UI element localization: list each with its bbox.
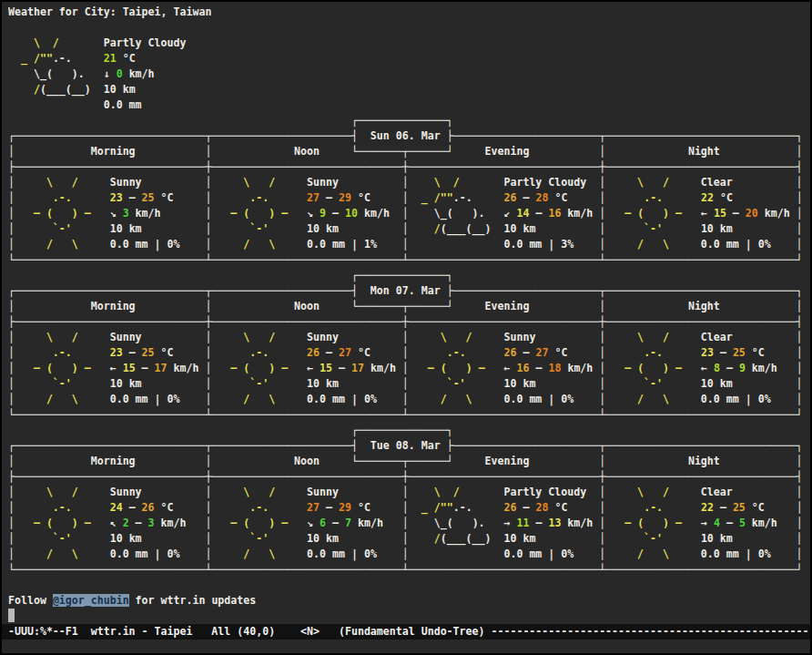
day1-temps: │ .-. 23 – 25 °C │ .-. 27 – 29 °C │ _ /"… (8, 190, 810, 206)
sun-icon: ― ( ) ― (211, 207, 307, 220)
sun-icon: .-. (605, 501, 701, 514)
cloud-icon: \_( ). (409, 517, 504, 529)
sun-icon: \ / (15, 331, 110, 343)
echo-area (2, 640, 810, 653)
cloud-icon: \_( ). (8, 67, 104, 80)
sun-icon: .-. (605, 346, 701, 359)
sun-icon: ― ( ) ― (15, 517, 110, 529)
sun-icon: \ / (211, 486, 307, 498)
day3-precip: │ / \ 0.0 mm | 0% │ / \ 0.0 mm | 0% │ 0.… (8, 547, 810, 562)
current-precip: 0.0 mm (8, 97, 810, 113)
day2-datebox-top: ┌──────────────┐ (8, 268, 810, 283)
day2-precip: │ / \ 0.0 mm | 0% │ / \ 0.0 mm | 0% │ / … (8, 392, 810, 407)
day2-winds: │ ― ( ) ― ← 15 – 17 km/h │ ― ( ) ― ← 15 … (8, 361, 810, 376)
sun-icon: / \ (605, 393, 701, 405)
day2-temps: │ .-. 23 – 25 °C │ .-. 26 – 27 °C │ .-. … (8, 345, 810, 361)
day2-header-separator: ├──────────────────────────────┼────────… (8, 314, 810, 330)
datebox-bottom: └───────┬──────┘ (351, 300, 453, 312)
cloud-sun-icon: \ / (409, 486, 504, 498)
cloud-sun-icon: / (434, 222, 441, 235)
modeline-text: -UUU:%*--F1 wttr.in - Taipei All (40,0) … (8, 625, 808, 638)
col-header-night: Night (605, 300, 796, 312)
sun-icon: `-' (605, 222, 701, 235)
sun-icon: ― ( ) ― (15, 207, 110, 220)
day2-conditions: │ \ / Sunny │ \ / Sunny │ \ / Sunny │ \ … (8, 330, 810, 345)
cloud-icon: .-. (453, 501, 504, 514)
cloud-icon: .-. (453, 191, 504, 204)
cloud-sun-icon: _ /"" (8, 52, 53, 65)
col-header-evening: Evening (453, 145, 600, 158)
cloud-icon: (___(__) (40, 83, 104, 96)
sun-icon: .-. (15, 501, 110, 514)
sun-icon: .-. (211, 501, 307, 514)
day3-table-bottom: └──────────────────────────────┴────────… (8, 562, 810, 578)
sun-icon: \ / (605, 331, 701, 343)
sun-icon: `-' (15, 222, 110, 235)
sun-icon: \ / (605, 176, 701, 189)
col-header-morning: Morning (15, 455, 205, 467)
col-header-morning: Morning (15, 145, 205, 158)
day2-visibility: │ `-' 10 km │ `-' 10 km │ `-' 10 km │ `-… (8, 376, 810, 392)
day3-conditions: │ \ / Sunny │ \ / Sunny │ \ / Partly Clo… (8, 485, 810, 500)
cloud-sun-icon: \ / (8, 36, 104, 49)
sun-icon: .-. (211, 346, 307, 359)
sun-icon: ― ( ) ― (211, 517, 307, 529)
day1-winds: │ ― ( ) ― ↘ 3 km/h │ ― ( ) ― ↘ 9 – 10 km… (8, 206, 810, 221)
day2-table-top: ┌──────────────────────────────┬────────… (8, 283, 810, 299)
sun-icon: .-. (15, 346, 110, 359)
sun-icon: ― ( ) ― (605, 517, 701, 529)
twitter-handle-link[interactable]: @igor_chubin (53, 594, 129, 607)
day2-table-bottom: └──────────────────────────────┴────────… (8, 407, 810, 423)
cloud-sun-icon: / (34, 83, 40, 96)
cloud-icon: .-. (53, 52, 104, 65)
cloud-icon: (___(__) (441, 222, 504, 235)
day3-temps: │ .-. 24 – 26 °C │ .-. 27 – 29 °C │ _ /"… (8, 500, 810, 516)
day1-datebox-top: ┌──────────────┐ (8, 113, 810, 128)
cloud-icon: \_( ). (409, 207, 504, 220)
sun-icon: `-' (15, 377, 110, 390)
day3-header-separator: ├──────────────────────────────┼────────… (8, 469, 810, 485)
day1-table-top: ┌──────────────────────────────┬────────… (8, 128, 810, 144)
datebox-bottom: └───────┬──────┘ (351, 145, 453, 158)
emacs-modeline: -UUU:%*--F1 wttr.in - Taipei All (40,0) … (2, 624, 810, 640)
col-header-noon: Noon (211, 145, 351, 158)
day1-conditions: │ \ / Sunny │ \ / Sunny │ \ / Partly Clo… (8, 175, 810, 190)
datebox-bottom: └───────┬──────┘ (351, 455, 453, 467)
report-title: Weather for City: Taipei, Taiwan (8, 5, 810, 20)
col-header-morning: Morning (15, 300, 205, 312)
sun-icon: \ / (605, 486, 701, 498)
sun-icon: / \ (409, 393, 504, 405)
current-visibility: /(___(__) 10 km (8, 82, 810, 97)
terminal-window: Weather for City: Taipei, Taiwan \ / Par… (2, 2, 810, 653)
cloud-icon: (___(__) (441, 532, 504, 545)
sun-icon: / \ (15, 548, 110, 560)
sun-icon: `-' (605, 377, 701, 390)
follow-line: Follow @igor_chubin for wttr.in updates (8, 593, 810, 609)
sun-icon: `-' (15, 532, 110, 545)
sun-icon: / \ (15, 393, 110, 405)
day2-column-headers: │ Morning │ Noon └───────┬──────┘ Evenin… (8, 299, 810, 314)
sun-icon: .-. (211, 191, 307, 204)
follow-prefix: Follow (8, 594, 53, 607)
day3-table-top: ┌──────────────────────────────┬────────… (8, 438, 810, 454)
col-header-night: Night (605, 455, 796, 467)
blank-line-1 (8, 20, 810, 36)
day3-date-label: Tue 08. Mar (358, 439, 447, 452)
sun-icon: ― ( ) ― (409, 362, 504, 374)
day2-date-label: Mon 07. Mar (358, 284, 447, 297)
col-header-evening: Evening (453, 455, 600, 467)
sun-icon: ― ( ) ― (211, 362, 307, 374)
sun-icon: ― ( ) ― (15, 362, 110, 374)
follow-suffix: for wttr.in updates (129, 594, 257, 607)
sun-icon: `-' (211, 532, 307, 545)
sun-icon: .-. (409, 346, 504, 359)
terminal-buffer[interactable]: Weather for City: Taipei, Taiwan \ / Par… (8, 5, 810, 593)
cloud-sun-icon: / (434, 532, 441, 545)
report-title-text: Weather for City: Taipei, Taiwan (8, 5, 211, 18)
current-desc: \ / Partly Cloudy (8, 36, 810, 51)
day1-date-label: Sun 06. Mar (358, 129, 447, 142)
day3-winds: │ ― ( ) ― ↖ 2 – 3 km/h │ ― ( ) ― ↘ 6 – 7… (8, 516, 810, 531)
sun-icon: `-' (605, 532, 701, 545)
day1-precip: │ / \ 0.0 mm | 0% │ / \ 0.0 mm | 1% │ 0.… (8, 237, 810, 252)
day1-header-separator: ├──────────────────────────────┼────────… (8, 159, 810, 175)
